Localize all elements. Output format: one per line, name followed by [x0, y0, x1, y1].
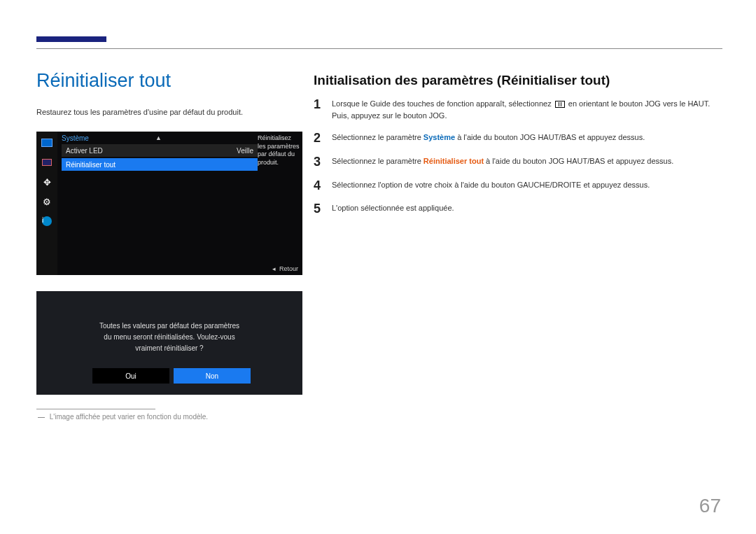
step-number: 1: [314, 98, 332, 122]
osd-row-label: Réinitialiser tout: [66, 161, 115, 169]
footnote: ― L'image affichée peut varier en foncti…: [38, 413, 208, 421]
chapter-tab-mark: [36, 36, 106, 42]
step-text: Lorsque le Guide des touches de fonction…: [332, 98, 720, 122]
dialog-line: Toutes les valeurs par défaut des paramè…: [36, 322, 302, 330]
menu-icon: [555, 101, 565, 108]
step-text: Sélectionnez le paramètre Système à l'ai…: [332, 132, 720, 146]
dash-icon: ―: [38, 413, 45, 421]
step-number: 5: [314, 202, 332, 216]
osd-sidebar: ✥ ⚙ i: [36, 132, 57, 275]
page-number: 67: [699, 495, 721, 517]
info-icon: i: [40, 214, 54, 228]
back-arrow-icon: ◂: [272, 265, 276, 272]
move-icon: ✥: [40, 175, 54, 189]
section-heading: Initialisation des paramètres (Réinitial…: [314, 73, 610, 88]
step-number: 3: [314, 155, 332, 169]
osd-menu-screenshot: ✥ ⚙ i Système ▲ Activer LED Veille Réini…: [36, 132, 302, 275]
step-number: 4: [314, 179, 332, 193]
step-4: 4 Sélectionnez l'option de votre choix à…: [314, 179, 720, 193]
osd-row-reset-selected: Réinitialiser tout: [62, 158, 258, 171]
osd-row-led: Activer LED Veille: [62, 144, 258, 157]
dialog-yes-button: Oui: [92, 368, 169, 384]
step-2: 2 Sélectionnez le paramètre Système à l'…: [314, 132, 720, 146]
step-text: L'option sélectionnée est appliquée.: [332, 202, 720, 216]
osd-confirm-dialog: Toutes les valeurs par défaut des paramè…: [36, 291, 302, 395]
step-number: 2: [314, 132, 332, 146]
gear-icon: ⚙: [40, 195, 54, 209]
step-3: 3 Sélectionnez le paramètre Réinitialise…: [314, 155, 720, 169]
footnote-rule: [36, 409, 155, 409]
dialog-line: du menu seront réinitialisées. Voulez-vo…: [36, 333, 302, 341]
steps-list: 1 Lorsque le Guide des touches de foncti…: [314, 98, 720, 226]
step-5: 5 L'option sélectionnée est appliquée.: [314, 202, 720, 216]
pip-icon: [40, 155, 54, 169]
osd-row-label: Activer LED: [66, 147, 103, 155]
highlight-reinit: Réinitialiser tout: [424, 157, 484, 165]
step-text: Sélectionnez l'option de votre choix à l…: [332, 179, 720, 193]
header-rule: [36, 48, 722, 49]
up-arrow-icon: ▲: [155, 134, 162, 141]
step-text: Sélectionnez le paramètre Réinitialiser …: [332, 155, 720, 169]
display-icon: [40, 136, 54, 150]
osd-row-value: Veille: [237, 147, 253, 155]
osd-hint-text: Réinitialisez les paramètres par défaut …: [258, 134, 300, 167]
highlight-systeme: Système: [424, 133, 455, 141]
dialog-line: vraiment réinitialiser ?: [36, 344, 302, 352]
back-text: Retour: [279, 265, 298, 272]
footnote-text: L'image affichée peut varier en fonction…: [50, 413, 208, 421]
dialog-no-button: Non: [174, 368, 251, 384]
osd-back-label: ◂ Retour: [272, 265, 298, 272]
page-heading: Réinitialiser tout: [36, 70, 171, 92]
step-1: 1 Lorsque le Guide des touches de foncti…: [314, 98, 720, 122]
page-description: Restaurez tous les paramètres d'usine pa…: [36, 108, 243, 116]
osd-menu-title: Système: [62, 134, 89, 142]
